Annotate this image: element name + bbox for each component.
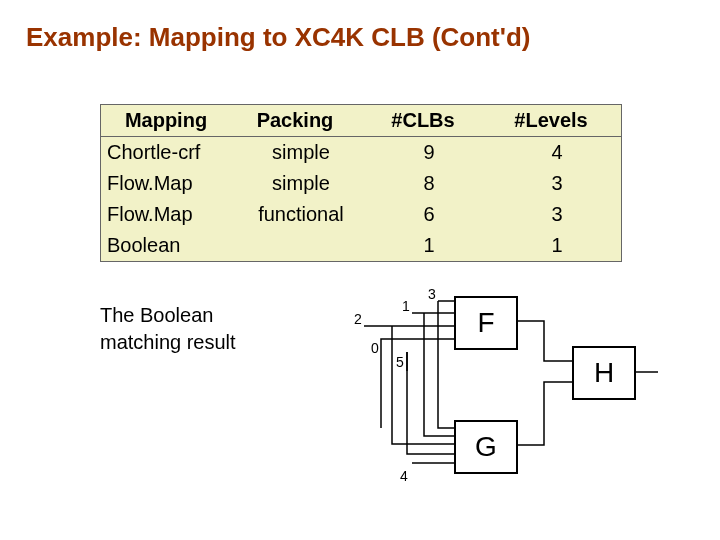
caption-line1: The Boolean [100,304,213,326]
signal-4: 4 [400,468,408,484]
signal-3: 3 [428,286,436,302]
signal-5: 5 [396,354,404,370]
cell-clbs: 9 [365,137,493,168]
clb-diagram: F G H 3 1 2 0 5 4 [334,286,664,506]
signal-1: 1 [402,298,410,314]
table-row: Boolean 1 1 [101,230,621,261]
lut-g-box: G [454,420,518,474]
cell-levels: 3 [493,168,621,199]
cell-clbs: 6 [365,199,493,230]
cell-levels: 4 [493,137,621,168]
lut-h-box: H [572,346,636,400]
caption-line2: matching result [100,331,236,353]
col-clbs: #CLBs [359,105,487,136]
slide-title: Example: Mapping to XC4K CLB (Cont'd) [26,22,694,53]
cell-levels: 3 [493,199,621,230]
cell-packing [237,230,365,261]
table-header-row: Mapping Packing #CLBs #Levels [101,105,621,137]
col-packing: Packing [231,105,359,136]
table-row: Flow.Map functional 6 3 [101,199,621,230]
cell-packing: functional [237,199,365,230]
slide: Example: Mapping to XC4K CLB (Cont'd) Ma… [0,0,720,540]
caption: The Boolean matching result [100,302,236,356]
cell-mapping: Flow.Map [101,199,237,230]
cell-mapping: Chortle-crf [101,137,237,168]
col-mapping: Mapping [101,105,231,136]
table-row: Chortle-crf simple 9 4 [101,137,621,168]
signal-0: 0 [371,340,379,356]
cell-packing: simple [237,168,365,199]
table-row: Flow.Map simple 8 3 [101,168,621,199]
cell-packing: simple [237,137,365,168]
cell-clbs: 8 [365,168,493,199]
col-levels: #Levels [487,105,615,136]
cell-clbs: 1 [365,230,493,261]
lut-f-box: F [454,296,518,350]
cell-levels: 1 [493,230,621,261]
signal-2: 2 [354,311,362,327]
cell-mapping: Flow.Map [101,168,237,199]
comparison-table: Mapping Packing #CLBs #Levels Chortle-cr… [100,104,622,262]
cell-mapping: Boolean [101,230,237,261]
